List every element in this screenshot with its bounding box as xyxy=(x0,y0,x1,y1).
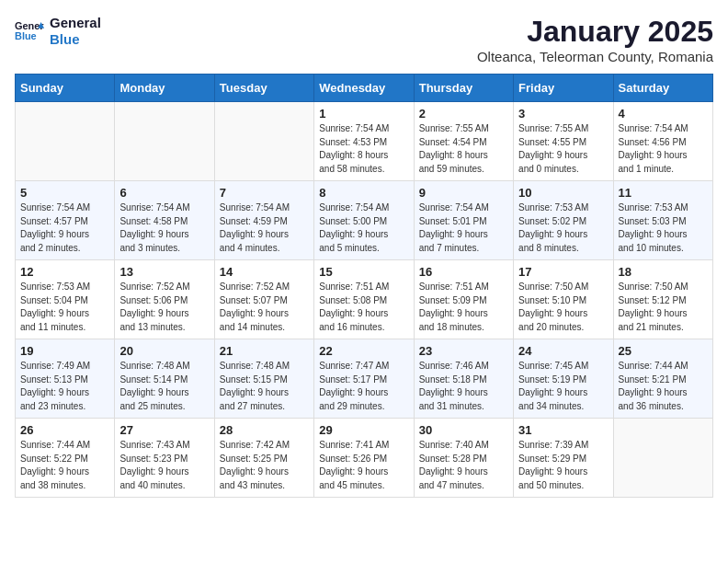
day-number: 31 xyxy=(518,423,608,437)
calendar-cell: 21Sunrise: 7:48 AM Sunset: 5:15 PM Dayli… xyxy=(214,339,313,419)
day-info: Sunrise: 7:44 AM Sunset: 5:22 PM Dayligh… xyxy=(20,439,109,492)
day-number: 25 xyxy=(619,344,708,358)
day-info: Sunrise: 7:42 AM Sunset: 5:25 PM Dayligh… xyxy=(220,439,309,492)
day-info: Sunrise: 7:49 AM Sunset: 5:13 PM Dayligh… xyxy=(20,360,109,413)
calendar-cell: 26Sunrise: 7:44 AM Sunset: 5:22 PM Dayli… xyxy=(16,419,115,498)
day-number: 28 xyxy=(220,423,309,437)
day-number: 15 xyxy=(319,265,408,279)
calendar-cell: 12Sunrise: 7:53 AM Sunset: 5:04 PM Dayli… xyxy=(16,260,115,339)
calendar-cell xyxy=(16,102,115,181)
day-number: 23 xyxy=(419,344,508,358)
calendar-cell xyxy=(115,102,214,181)
calendar-cell: 28Sunrise: 7:42 AM Sunset: 5:25 PM Dayli… xyxy=(214,419,313,498)
day-info: Sunrise: 7:44 AM Sunset: 5:21 PM Dayligh… xyxy=(619,360,708,413)
day-info: Sunrise: 7:52 AM Sunset: 5:07 PM Dayligh… xyxy=(220,281,309,334)
day-number: 11 xyxy=(619,186,708,200)
day-number: 27 xyxy=(119,423,209,437)
day-info: Sunrise: 7:54 AM Sunset: 4:56 PM Dayligh… xyxy=(619,122,708,176)
calendar-cell: 25Sunrise: 7:44 AM Sunset: 5:21 PM Dayli… xyxy=(613,339,712,419)
calendar-cell: 31Sunrise: 7:39 AM Sunset: 5:29 PM Dayli… xyxy=(514,419,613,498)
day-info: Sunrise: 7:47 AM Sunset: 5:17 PM Dayligh… xyxy=(319,360,408,413)
weekday-header-thursday: Thursday xyxy=(414,75,513,102)
day-number: 26 xyxy=(20,423,109,437)
calendar-cell: 6Sunrise: 7:54 AM Sunset: 4:58 PM Daylig… xyxy=(115,181,214,260)
svg-text:Blue: Blue xyxy=(15,30,37,41)
week-row-5: 26Sunrise: 7:44 AM Sunset: 5:22 PM Dayli… xyxy=(16,419,713,498)
day-info: Sunrise: 7:39 AM Sunset: 5:29 PM Dayligh… xyxy=(518,439,608,492)
day-number: 29 xyxy=(319,423,408,437)
calendar-cell: 15Sunrise: 7:51 AM Sunset: 5:08 PM Dayli… xyxy=(314,260,414,339)
weekday-header-friday: Friday xyxy=(514,75,613,102)
day-number: 17 xyxy=(518,265,608,279)
day-info: Sunrise: 7:48 AM Sunset: 5:14 PM Dayligh… xyxy=(119,360,209,413)
day-number: 6 xyxy=(119,186,209,200)
day-number: 13 xyxy=(119,265,209,279)
calendar-cell: 13Sunrise: 7:52 AM Sunset: 5:06 PM Dayli… xyxy=(115,260,214,339)
calendar-cell: 23Sunrise: 7:46 AM Sunset: 5:18 PM Dayli… xyxy=(414,339,513,419)
day-info: Sunrise: 7:54 AM Sunset: 4:58 PM Dayligh… xyxy=(119,201,209,255)
calendar-cell: 18Sunrise: 7:50 AM Sunset: 5:12 PM Dayli… xyxy=(613,260,712,339)
calendar-cell: 2Sunrise: 7:55 AM Sunset: 4:54 PM Daylig… xyxy=(414,102,513,181)
day-info: Sunrise: 7:55 AM Sunset: 4:54 PM Dayligh… xyxy=(419,122,508,176)
week-row-4: 19Sunrise: 7:49 AM Sunset: 5:13 PM Dayli… xyxy=(16,339,713,419)
day-number: 9 xyxy=(419,186,508,200)
month-title: January 2025 xyxy=(477,15,713,49)
day-number: 30 xyxy=(419,423,508,437)
weekday-header-row: SundayMondayTuesdayWednesdayThursdayFrid… xyxy=(16,75,713,102)
calendar-cell: 10Sunrise: 7:53 AM Sunset: 5:02 PM Dayli… xyxy=(514,181,613,260)
week-row-3: 12Sunrise: 7:53 AM Sunset: 5:04 PM Dayli… xyxy=(16,260,713,339)
title-area: January 2025 Olteanca, Teleorman County,… xyxy=(477,15,713,64)
day-number: 4 xyxy=(619,107,708,121)
day-number: 10 xyxy=(518,186,608,200)
day-number: 21 xyxy=(220,344,309,358)
day-number: 22 xyxy=(319,344,408,358)
calendar-cell: 8Sunrise: 7:54 AM Sunset: 5:00 PM Daylig… xyxy=(314,181,414,260)
calendar-cell: 5Sunrise: 7:54 AM Sunset: 4:57 PM Daylig… xyxy=(16,181,115,260)
day-number: 24 xyxy=(518,344,608,358)
calendar-cell: 11Sunrise: 7:53 AM Sunset: 5:03 PM Dayli… xyxy=(613,181,712,260)
day-info: Sunrise: 7:54 AM Sunset: 4:59 PM Dayligh… xyxy=(220,201,309,255)
day-info: Sunrise: 7:45 AM Sunset: 5:19 PM Dayligh… xyxy=(518,360,608,413)
calendar-cell: 27Sunrise: 7:43 AM Sunset: 5:23 PM Dayli… xyxy=(115,419,214,498)
day-info: Sunrise: 7:50 AM Sunset: 5:12 PM Dayligh… xyxy=(619,281,708,334)
calendar-table: SundayMondayTuesdayWednesdayThursdayFrid… xyxy=(15,74,713,498)
day-info: Sunrise: 7:41 AM Sunset: 5:26 PM Dayligh… xyxy=(319,439,408,492)
day-info: Sunrise: 7:52 AM Sunset: 5:06 PM Dayligh… xyxy=(119,281,209,334)
day-number: 12 xyxy=(20,265,109,279)
day-info: Sunrise: 7:48 AM Sunset: 5:15 PM Dayligh… xyxy=(220,360,309,413)
calendar-cell: 3Sunrise: 7:55 AM Sunset: 4:55 PM Daylig… xyxy=(514,102,613,181)
calendar-cell: 30Sunrise: 7:40 AM Sunset: 5:28 PM Dayli… xyxy=(414,419,513,498)
calendar-cell: 24Sunrise: 7:45 AM Sunset: 5:19 PM Dayli… xyxy=(514,339,613,419)
day-number: 2 xyxy=(419,107,508,121)
day-number: 18 xyxy=(619,265,708,279)
weekday-header-saturday: Saturday xyxy=(613,75,712,102)
day-number: 20 xyxy=(119,344,209,358)
day-info: Sunrise: 7:51 AM Sunset: 5:08 PM Dayligh… xyxy=(319,281,408,334)
week-row-2: 5Sunrise: 7:54 AM Sunset: 4:57 PM Daylig… xyxy=(16,181,713,260)
calendar-cell: 1Sunrise: 7:54 AM Sunset: 4:53 PM Daylig… xyxy=(314,102,414,181)
day-info: Sunrise: 7:55 AM Sunset: 4:55 PM Dayligh… xyxy=(518,122,608,176)
calendar-cell: 16Sunrise: 7:51 AM Sunset: 5:09 PM Dayli… xyxy=(414,260,513,339)
calendar-cell: 22Sunrise: 7:47 AM Sunset: 5:17 PM Dayli… xyxy=(314,339,414,419)
calendar-cell: 20Sunrise: 7:48 AM Sunset: 5:14 PM Dayli… xyxy=(115,339,214,419)
weekday-header-tuesday: Tuesday xyxy=(214,75,313,102)
calendar-cell: 7Sunrise: 7:54 AM Sunset: 4:59 PM Daylig… xyxy=(214,181,313,260)
calendar-cell: 14Sunrise: 7:52 AM Sunset: 5:07 PM Dayli… xyxy=(214,260,313,339)
header: General Blue General Blue January 2025 O… xyxy=(15,15,713,64)
day-info: Sunrise: 7:50 AM Sunset: 5:10 PM Dayligh… xyxy=(518,281,608,334)
day-info: Sunrise: 7:53 AM Sunset: 5:04 PM Dayligh… xyxy=(20,281,109,334)
logo-general: General xyxy=(50,15,101,31)
day-info: Sunrise: 7:51 AM Sunset: 5:09 PM Dayligh… xyxy=(419,281,508,334)
calendar-cell: 29Sunrise: 7:41 AM Sunset: 5:26 PM Dayli… xyxy=(314,419,414,498)
logo-blue: Blue xyxy=(50,31,101,48)
calendar-cell: 9Sunrise: 7:54 AM Sunset: 5:01 PM Daylig… xyxy=(414,181,513,260)
calendar-cell xyxy=(613,419,712,498)
day-info: Sunrise: 7:54 AM Sunset: 5:00 PM Dayligh… xyxy=(319,201,408,255)
day-number: 3 xyxy=(518,107,608,121)
calendar-cell: 4Sunrise: 7:54 AM Sunset: 4:56 PM Daylig… xyxy=(613,102,712,181)
day-number: 1 xyxy=(319,107,408,121)
day-info: Sunrise: 7:53 AM Sunset: 5:03 PM Dayligh… xyxy=(619,201,708,255)
week-row-1: 1Sunrise: 7:54 AM Sunset: 4:53 PM Daylig… xyxy=(16,102,713,181)
logo-icon: General Blue xyxy=(15,18,44,44)
location-title: Olteanca, Teleorman County, Romania xyxy=(477,49,713,64)
